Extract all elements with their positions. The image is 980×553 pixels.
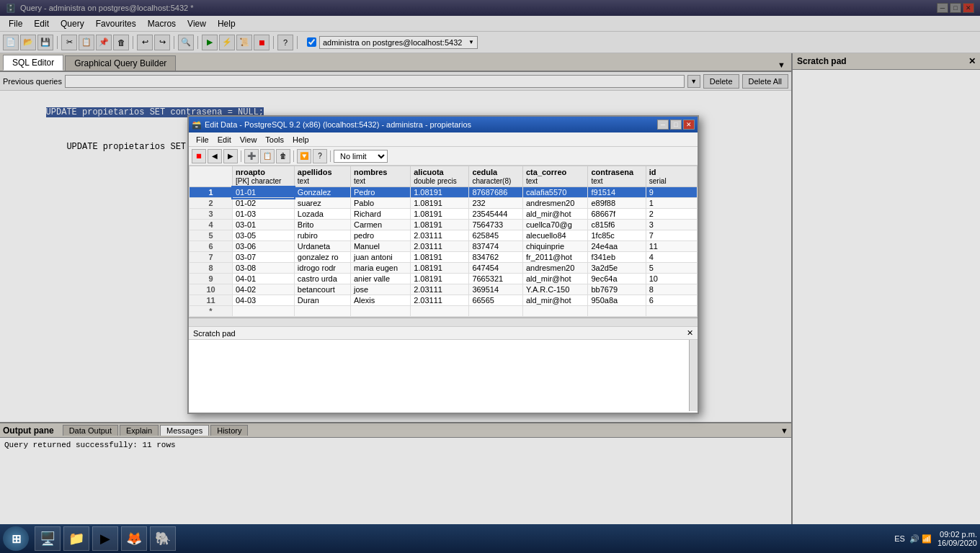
cell-contrasena[interactable]: f91514 (588, 187, 646, 198)
cell-cta_correo[interactable]: alecuello84 (522, 230, 587, 241)
menu-file[interactable]: File (3, 17, 28, 30)
paste-button[interactable]: 📌 (96, 35, 112, 50)
modal-filter-button[interactable]: 🔽 (297, 149, 311, 163)
cell-cedula[interactable]: 87687686 (469, 187, 523, 198)
taskbar-icon-desktop[interactable]: 🖥️ (35, 526, 61, 551)
cell-nroapto[interactable]: 01-03 (233, 209, 295, 220)
modal-scrollbar[interactable] (689, 340, 698, 411)
cell-apellidos[interactable]: Brito (294, 220, 350, 230)
cell-cedula[interactable]: 232 (469, 198, 523, 209)
modal-menu-tools[interactable]: Tools (261, 135, 288, 145)
run-button[interactable]: ▶ (202, 35, 218, 50)
cell-nroapto[interactable]: 01-02 (233, 198, 295, 209)
cell-alicuota[interactable]: 1.08191 (411, 209, 469, 220)
tab-data-output[interactable]: Data Output (63, 425, 118, 436)
cell-apellidos[interactable]: gonzalez ro (294, 252, 350, 263)
cell-nombres[interactable]: jose (350, 284, 410, 295)
cell-nroapto[interactable]: 03-01 (233, 220, 295, 230)
delete-button[interactable]: Delete (703, 74, 739, 89)
modal-copy-row-button[interactable]: 📋 (260, 149, 275, 163)
empty-cell[interactable] (233, 306, 295, 317)
cut-button[interactable]: ✂ (61, 35, 77, 50)
cell-nroapto[interactable]: 01-01 (233, 187, 295, 198)
cell-cedula[interactable]: 837474 (469, 241, 523, 252)
cell-apellidos[interactable]: Duran (294, 295, 350, 306)
prev-queries-input[interactable] (65, 75, 685, 88)
cell-nombres[interactable]: Pedro (350, 187, 410, 198)
undo-button[interactable]: ↩ (137, 35, 153, 50)
cell-id[interactable]: 3 (646, 220, 697, 230)
cell-contrasena[interactable]: 9ec64a (588, 274, 646, 284)
db-checkbox[interactable] (307, 37, 316, 47)
collapse-panel-button[interactable]: ▼ (775, 59, 788, 71)
cell-alicuota[interactable]: 1.08191 (411, 252, 469, 263)
cell-contrasena[interactable]: 68667f (588, 209, 646, 220)
cell-nroapto[interactable]: 04-03 (233, 295, 295, 306)
cell-apellidos[interactable]: suarez (294, 198, 350, 209)
menu-edit[interactable]: Edit (28, 17, 55, 30)
cell-cedula[interactable]: 625845 (469, 230, 523, 241)
start-button[interactable]: ⊞ (3, 526, 29, 551)
cell-cedula[interactable]: 647454 (469, 263, 523, 274)
cell-id[interactable]: 6 (646, 295, 697, 306)
scratch-pad-content[interactable] (793, 70, 980, 537)
modal-back-button[interactable]: ◀ (208, 149, 222, 163)
table-row[interactable]: 503-05rubiropedro2.03111625845alecuello8… (190, 230, 698, 241)
empty-cell[interactable] (411, 306, 469, 317)
modal-limit-select[interactable]: No limit 100 rows (334, 150, 388, 163)
empty-cell[interactable] (469, 306, 523, 317)
modal-scratch-close-icon[interactable]: ✕ (687, 328, 693, 338)
cell-apellidos[interactable]: rubiro (294, 230, 350, 241)
modal-help-button[interactable]: ? (313, 149, 327, 163)
taskbar-icon-postgres[interactable]: 🐘 (150, 526, 176, 551)
cell-alicuota[interactable]: 1.08191 (411, 263, 469, 274)
menu-favourites[interactable]: Favourites (90, 17, 142, 30)
cell-cedula[interactable]: 7665321 (469, 274, 523, 284)
modal-forward-button[interactable]: ▶ (223, 149, 238, 163)
cell-apellidos[interactable]: Lozada (294, 209, 350, 220)
cell-nombres[interactable]: anier valle (350, 274, 410, 284)
data-table-container[interactable]: nroapto[PK] character apellidostext nomb… (189, 166, 698, 318)
tab-sql-editor[interactable]: SQL Editor (3, 55, 63, 71)
table-new-row[interactable]: * (190, 306, 698, 317)
cell-id[interactable]: 1 (646, 198, 697, 209)
cell-nombres[interactable]: maria eugen (350, 263, 410, 274)
cell-nombres[interactable]: Richard (350, 209, 410, 220)
menu-macros[interactable]: Macros (142, 17, 182, 30)
modal-menu-help[interactable]: Help (288, 135, 313, 145)
table-row[interactable]: 403-01BritoCarmen1.081917564733cuellca70… (190, 220, 698, 230)
cell-alicuota[interactable]: 2.03111 (411, 241, 469, 252)
cell-id[interactable]: 4 (646, 252, 697, 263)
cell-alicuota[interactable]: 2.03111 (411, 230, 469, 241)
output-collapse-button[interactable]: ▼ (780, 426, 788, 435)
cell-cedula[interactable]: 834762 (469, 252, 523, 263)
modal-maximize-button[interactable]: □ (670, 120, 682, 130)
cell-apellidos[interactable]: betancourt (294, 284, 350, 295)
cell-cedula[interactable]: 369514 (469, 284, 523, 295)
table-row[interactable]: 904-01castro urdaanier valle1.0819176653… (190, 274, 698, 284)
cell-nombres[interactable]: Pablo (350, 198, 410, 209)
maximize-button[interactable]: □ (950, 3, 961, 13)
tab-graphical-query-builder[interactable]: Graphical Query Builder (65, 55, 176, 71)
cell-nroapto[interactable]: 04-01 (233, 274, 295, 284)
table-row[interactable]: 101-01GonzalezPedro1.0819187687686calafi… (190, 187, 698, 198)
cell-nroapto[interactable]: 03-08 (233, 263, 295, 274)
table-row[interactable]: 201-02suarezPablo1.08191232andresmen20e8… (190, 198, 698, 209)
db-dropdown[interactable]: administra on postgres@localhost:5432 ▼ (319, 36, 478, 49)
modal-menu-file[interactable]: File (192, 135, 213, 145)
save-button[interactable]: 💾 (37, 35, 53, 50)
tab-history[interactable]: History (210, 425, 248, 436)
modal-add-button[interactable]: ➕ (244, 149, 259, 163)
modal-menu-edit[interactable]: Edit (213, 135, 236, 145)
tab-explain[interactable]: Explain (120, 425, 159, 436)
cell-apellidos[interactable]: Urdaneta (294, 241, 350, 252)
open-button[interactable]: 📂 (20, 35, 36, 50)
modal-scratch-content[interactable] (189, 340, 698, 411)
cell-id[interactable]: 8 (646, 284, 697, 295)
cell-cta_correo[interactable]: fr_2011@hot (522, 252, 587, 263)
cell-id[interactable]: 9 (646, 187, 697, 198)
cell-id[interactable]: 2 (646, 209, 697, 220)
cell-cta_correo[interactable]: ald_mir@hot (522, 209, 587, 220)
cell-contrasena[interactable]: 24e4aa (588, 241, 646, 252)
cell-nroapto[interactable]: 03-05 (233, 230, 295, 241)
